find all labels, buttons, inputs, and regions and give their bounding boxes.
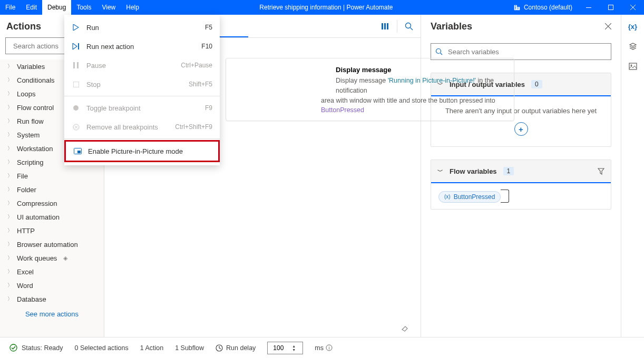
action-category[interactable]: 〉Work queues◈ <box>0 251 104 265</box>
building-icon <box>513 4 521 11</box>
menu-help[interactable]: Help <box>121 0 144 15</box>
selected-actions-text: 0 Selected actions <box>75 344 129 352</box>
svg-rect-19 <box>629 63 637 69</box>
add-variable-button[interactable]: + <box>514 122 528 136</box>
chevron-right-icon: 〉 <box>7 63 13 70</box>
menu-tools[interactable]: Tools <box>71 0 96 15</box>
rail-images-button[interactable] <box>628 61 638 72</box>
action-title: Display message <box>336 66 392 74</box>
flow-variables-section: ﹀ Flow variables 1 (x) ButtonPressed <box>431 160 611 210</box>
debug-run[interactable]: Run F5 <box>64 18 220 37</box>
chevron-right-icon: 〉 <box>7 76 13 84</box>
category-label: Workstation <box>17 145 53 153</box>
layers-icon <box>629 42 637 51</box>
svg-rect-3 <box>73 62 75 68</box>
filter-icon[interactable] <box>598 168 604 175</box>
minimize-button[interactable] <box>578 0 600 15</box>
action-description: Display message 'Running in Picture-in-P… <box>336 76 504 115</box>
see-more-actions-link[interactable]: See more actions <box>0 306 104 322</box>
flow-count-badge: 1 <box>503 167 514 175</box>
debug-run-next[interactable]: Run next action F10 <box>64 37 220 56</box>
svg-rect-0 <box>586 7 591 8</box>
close-panel-button[interactable] <box>600 18 617 35</box>
chevron-right-icon: 〉 <box>7 172 13 180</box>
chevron-right-icon: 〉 <box>7 254 13 262</box>
category-label: Scripting <box>17 158 44 166</box>
chevron-right-icon: 〉 <box>7 282 13 289</box>
status-text: Status: Ready <box>22 344 63 352</box>
svg-rect-2 <box>78 43 79 49</box>
action-category[interactable]: 〉Compression <box>0 196 104 210</box>
eraser-icon[interactable] <box>401 323 409 332</box>
debug-stop: Stop Shift+F5 <box>64 75 220 94</box>
chevron-right-icon: 〉 <box>7 90 13 97</box>
svg-rect-4 <box>77 62 79 68</box>
svg-rect-14 <box>387 23 388 29</box>
clock-icon <box>216 344 223 352</box>
category-label: System <box>17 131 40 139</box>
category-label: Conditionals <box>17 76 55 84</box>
variable-chip[interactable]: (x) ButtonPressed <box>438 191 501 203</box>
variables-search-input[interactable] <box>447 47 607 56</box>
action-category[interactable]: 〉Folder <box>0 183 104 196</box>
chevron-right-icon: 〉 <box>7 145 13 152</box>
action-category[interactable]: 〉UI automation <box>0 210 104 224</box>
breakpoint-icon <box>72 105 80 111</box>
chevron-right-icon: 〉 <box>7 268 13 275</box>
window-title: Retrieve shipping information | Power Au… <box>144 4 508 11</box>
delay-spinner[interactable]: ▲▼ <box>292 344 296 352</box>
run-delay-input[interactable]: ▲▼ <box>267 342 303 354</box>
run-delay-label: Run delay <box>226 344 256 352</box>
svg-line-16 <box>411 28 413 31</box>
subflow-tab[interactable] <box>218 14 248 37</box>
svg-point-6 <box>73 105 79 111</box>
action-category[interactable]: 〉Excel <box>0 265 104 279</box>
chevron-right-icon: 〉 <box>7 104 13 111</box>
chevron-right-icon: 〉 <box>7 186 13 193</box>
flow-variables-header[interactable]: ﹀ Flow variables 1 <box>431 160 611 183</box>
svg-point-21 <box>10 344 17 351</box>
category-label: Folder <box>17 186 36 194</box>
action-category[interactable]: 〉HTTP <box>0 224 104 237</box>
subflows-count-text: 1 Subflow <box>175 344 204 352</box>
flow-action-card[interactable]: Display message Display message 'Running… <box>226 58 514 121</box>
actions-count-text: 1 Action <box>140 344 163 352</box>
rail-ui-elements-button[interactable] <box>628 41 638 52</box>
svg-point-20 <box>630 65 632 66</box>
io-count-badge: 0 <box>531 80 542 88</box>
category-label: HTTP <box>17 227 35 235</box>
info-icon[interactable]: i <box>326 344 333 351</box>
editor-search-button[interactable] <box>397 15 421 38</box>
debug-toggle-breakpoint: Toggle breakpoint F9 <box>64 98 220 117</box>
category-label: Word <box>17 282 33 290</box>
recorder-button[interactable] <box>374 15 397 38</box>
rail-variables-button[interactable]: {x} <box>628 21 638 32</box>
action-category[interactable]: 〉Browser automation <box>0 237 104 251</box>
action-category[interactable]: 〉Word <box>0 279 104 292</box>
svg-rect-9 <box>77 151 81 153</box>
window-controls <box>578 0 644 15</box>
category-label: UI automation <box>17 213 60 221</box>
svg-text:i: i <box>329 345 330 351</box>
menu-file[interactable]: File <box>0 0 21 15</box>
svg-rect-1 <box>609 5 613 10</box>
svg-rect-13 <box>384 23 386 29</box>
status-ok-icon <box>9 344 17 352</box>
svg-point-17 <box>436 49 441 54</box>
maximize-button[interactable] <box>600 0 622 15</box>
close-icon <box>605 23 611 29</box>
category-label: Compression <box>17 200 57 207</box>
svg-point-15 <box>406 23 411 28</box>
action-category[interactable]: 〉Database <box>0 292 104 306</box>
action-category[interactable]: 〉File <box>0 169 104 183</box>
close-button[interactable] <box>622 0 644 15</box>
menu-debug[interactable]: Debug <box>42 0 71 15</box>
play-icon <box>72 24 80 31</box>
variables-title: Variables <box>431 21 600 32</box>
debug-enable-pip[interactable]: Enable Picture-in-Picture mode <box>66 142 218 161</box>
menu-edit[interactable]: Edit <box>21 0 42 15</box>
pause-icon <box>72 62 80 68</box>
menu-separator <box>64 96 220 96</box>
workspace-selector[interactable]: Contoso (default) <box>508 4 578 11</box>
menu-view[interactable]: View <box>96 0 121 15</box>
